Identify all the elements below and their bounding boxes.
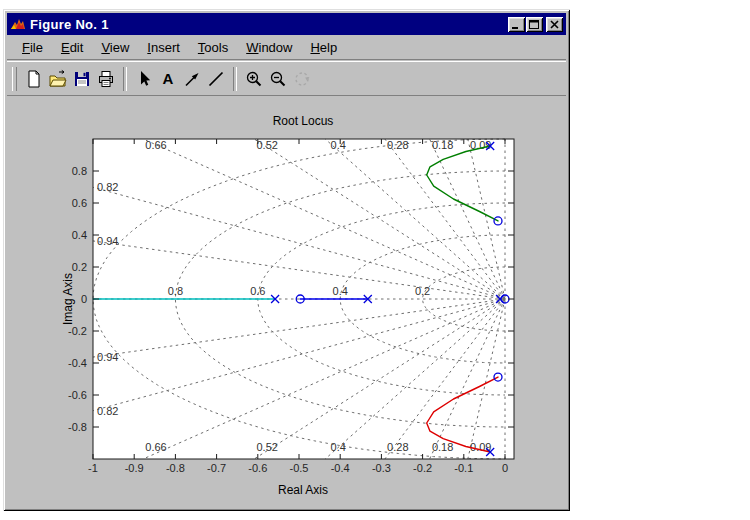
x-tick-label: -0.8 (166, 462, 185, 474)
y-axis-label: Imag Axis (61, 273, 75, 325)
damping-label: 0.28 (387, 441, 408, 453)
damping-label: 0.28 (387, 139, 408, 151)
x-tick-label: -0.7 (207, 462, 226, 474)
root-locus-plot[interactable]: 0.090.090.180.180.280.280.40.40.520.520.… (0, 0, 750, 520)
x-tick-label: -0.4 (331, 462, 350, 474)
damping-label: 0.4 (331, 441, 346, 453)
y-tick-label: -0.8 (68, 421, 87, 433)
x-tick-label: -1 (88, 462, 98, 474)
damping-label: 0.94 (97, 235, 118, 247)
y-tick-label: -0.4 (68, 357, 87, 369)
frequency-label: 0.6 (250, 285, 265, 297)
damping-label: 0.94 (97, 351, 118, 363)
damping-label: 0.4 (331, 139, 346, 151)
x-axis-label: Real Axis (278, 483, 328, 497)
damping-label: 0.82 (97, 405, 118, 417)
frequency-label: 0.8 (168, 285, 183, 297)
x-tick-label: -0.2 (413, 462, 432, 474)
x-tick-label: -0.1 (454, 462, 473, 474)
damping-label: 0.82 (97, 181, 118, 193)
y-tick-label: -0.2 (68, 325, 87, 337)
y-tick-label: 0.8 (72, 165, 87, 177)
y-tick-label: 0 (81, 293, 87, 305)
y-tick-label: 0.4 (72, 229, 87, 241)
damping-label: 0.52 (256, 139, 277, 151)
plot-title: Root Locus (273, 114, 334, 128)
x-tick-label: -0.5 (290, 462, 309, 474)
damping-label: 0.66 (145, 441, 166, 453)
damping-label: 0.52 (256, 441, 277, 453)
x-tick-label: -0.3 (372, 462, 391, 474)
damping-label: 0.66 (145, 139, 166, 151)
x-tick-label: -0.9 (125, 462, 144, 474)
x-tick-label: -0.6 (248, 462, 267, 474)
y-tick-label: 0.2 (72, 261, 87, 273)
y-tick-label: 0.6 (72, 197, 87, 209)
x-tick-label: 0 (502, 462, 508, 474)
y-tick-label: -0.6 (68, 389, 87, 401)
damping-label: 0.18 (432, 441, 453, 453)
frequency-label: 0.2 (415, 285, 430, 297)
damping-label: 0.18 (432, 139, 453, 151)
frequency-label: 0.4 (333, 285, 348, 297)
